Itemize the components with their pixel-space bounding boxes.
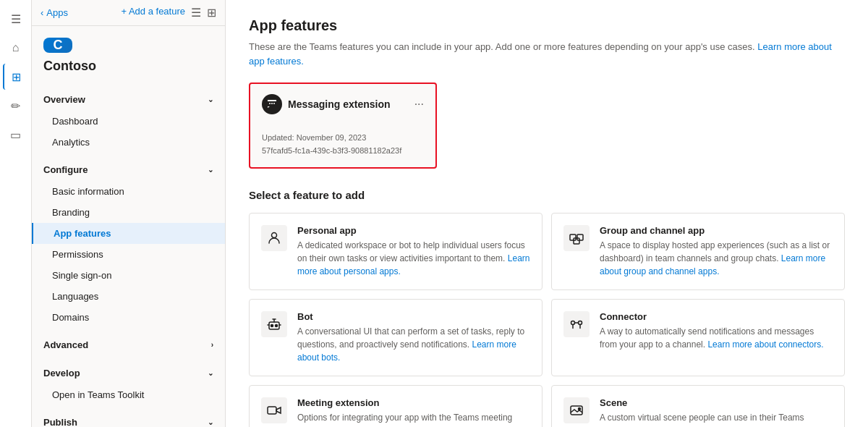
overview-header[interactable]: Overview ⌄ <box>32 88 225 111</box>
configure-section: Configure ⌄ Basic information Branding A… <box>32 156 225 331</box>
personal-app-title: Personal app <box>297 225 530 236</box>
svg-rect-6 <box>574 238 579 244</box>
apps-back-label: Apps <box>46 7 68 18</box>
meeting-extension-content: Meeting extension Options for integratin… <box>297 397 530 427</box>
publish-label: Publish <box>43 417 77 427</box>
develop-label: Develop <box>43 368 80 379</box>
card-header: Messaging extension ··· <box>262 94 424 114</box>
publish-section: Publish ⌄ <box>32 408 225 427</box>
connector-icon <box>563 311 590 337</box>
card-updated: Updated: November 09, 2023 <box>262 132 424 145</box>
personal-app-content: Personal app A dedicated workspace or bo… <box>297 225 530 278</box>
personal-app-link[interactable]: Learn more about personal apps. <box>297 253 530 276</box>
back-to-apps[interactable]: ‹ Apps <box>41 7 68 18</box>
sidebar-item-languages[interactable]: Languages <box>32 286 225 307</box>
connector-title: Connector <box>600 311 833 322</box>
sidebar-item-branding[interactable]: Branding <box>32 202 225 223</box>
card-more-options[interactable]: ··· <box>414 98 424 111</box>
svg-point-1 <box>271 103 273 104</box>
meeting-extension-tile[interactable]: Meeting extension Options for integratin… <box>249 385 542 427</box>
group-channel-content: Group and channel app A space to display… <box>600 225 833 278</box>
card-id: 57fcafd5-fc1a-439c-b3f3-90881182a23f <box>262 145 424 158</box>
app-name: Contoso <box>32 59 225 85</box>
sidebar-item-teams-toolkit[interactable]: Open in Teams Toolkit <box>32 384 225 405</box>
meeting-extension-desc: Options for integrating your app with th… <box>297 411 530 427</box>
edit-icon[interactable]: ✏ <box>3 93 29 119</box>
overview-chevron: ⌄ <box>208 96 213 103</box>
svg-point-9 <box>276 325 278 327</box>
add-feature-label[interactable]: + Add a feature <box>121 6 185 20</box>
scene-content: Scene A custom virtual scene people can … <box>600 397 833 427</box>
sidebar-item-permissions[interactable]: Permissions <box>32 244 225 265</box>
messaging-extension-card[interactable]: Messaging extension ··· Updated: Novembe… <box>249 83 437 169</box>
svg-rect-12 <box>268 407 276 414</box>
bot-tile[interactable]: Bot A conversational UI that can perform… <box>249 299 542 376</box>
sidebar: ‹ Apps + Add a feature ☰ ⊞ C Contoso Ove… <box>32 0 226 427</box>
configure-chevron: ⌄ <box>208 166 213 174</box>
svg-point-3 <box>272 233 277 238</box>
publish-header[interactable]: Publish ⌄ <box>32 411 225 427</box>
svg-point-8 <box>271 325 273 327</box>
scene-icon <box>563 397 590 423</box>
messaging-icon <box>262 94 282 114</box>
page-subtitle: These are the Teams features you can inc… <box>249 40 845 68</box>
list-view-icon[interactable]: ☰ <box>191 6 201 20</box>
advanced-header[interactable]: Advanced › <box>32 334 225 356</box>
connector-tile[interactable]: Connector A way to automatically send no… <box>551 299 845 376</box>
subtitle-text: These are the Teams features you can inc… <box>249 41 755 52</box>
left-rail: ☰ ⌂ ⊞ ✏ ▭ <box>0 0 32 427</box>
card-meta: Updated: November 09, 2023 57fcafd5-fc1a… <box>262 132 424 157</box>
scene-title: Scene <box>600 397 833 408</box>
personal-app-desc: A dedicated workspace or bot to help ind… <box>297 239 530 278</box>
develop-section: Develop ⌄ Open in Teams Toolkit <box>32 359 225 408</box>
bot-title: Bot <box>297 311 530 322</box>
sidebar-item-domains[interactable]: Domains <box>32 307 225 328</box>
configure-header[interactable]: Configure ⌄ <box>32 158 225 181</box>
apps-icon[interactable]: ⊞ <box>3 64 29 90</box>
group-channel-title: Group and channel app <box>600 225 833 236</box>
main-content: App features These are the Teams feature… <box>226 0 868 427</box>
sidebar-item-sso[interactable]: Single sign-on <box>32 265 225 286</box>
bot-content: Bot A conversational UI that can perform… <box>297 311 530 364</box>
home-icon[interactable]: ⌂ <box>3 35 29 61</box>
sidebar-item-app-features[interactable]: App features <box>32 223 225 244</box>
advanced-section: Advanced › <box>32 331 225 359</box>
group-channel-icon <box>563 225 590 251</box>
app-logo: C <box>43 38 72 53</box>
connector-link[interactable]: Learn more about connectors. <box>707 339 823 350</box>
meeting-extension-title: Meeting extension <box>297 397 530 408</box>
publish-chevron: ⌄ <box>208 418 213 426</box>
sidebar-header: ‹ Apps + Add a feature ☰ ⊞ <box>32 0 225 26</box>
scene-desc: A custom virtual scene people can use in… <box>600 411 833 427</box>
sidebar-item-basic-info[interactable]: Basic information <box>32 181 225 202</box>
card-name: Messaging extension <box>288 98 391 110</box>
scene-tile[interactable]: Scene A custom virtual scene people can … <box>551 385 845 427</box>
header-actions: + Add a feature ☰ ⊞ <box>121 6 216 20</box>
window-icon[interactable]: ▭ <box>3 122 29 148</box>
group-channel-desc: A space to display hosted app experience… <box>600 239 833 278</box>
app-initial: C <box>54 38 63 53</box>
hamburger-icon[interactable]: ☰ <box>3 6 29 32</box>
group-channel-tile[interactable]: Group and channel app A space to display… <box>551 213 845 290</box>
overview-section: Overview ⌄ Dashboard Analytics <box>32 85 225 156</box>
develop-header[interactable]: Develop ⌄ <box>32 362 225 384</box>
features-grid: Personal app A dedicated workspace or bo… <box>249 213 845 427</box>
connector-desc: A way to automatically send notification… <box>600 325 833 351</box>
svg-point-14 <box>579 408 581 410</box>
page-title: App features <box>249 17 845 34</box>
grid-view-icon[interactable]: ⊞ <box>207 6 216 20</box>
meeting-extension-icon <box>261 397 287 423</box>
svg-point-2 <box>273 103 275 104</box>
sidebar-item-dashboard[interactable]: Dashboard <box>32 111 225 132</box>
personal-app-tile[interactable]: Personal app A dedicated workspace or bo… <box>249 213 542 290</box>
chevron-left-icon: ‹ <box>41 7 43 18</box>
card-title-row: Messaging extension <box>262 94 391 114</box>
sidebar-item-analytics[interactable]: Analytics <box>32 132 225 153</box>
overview-label: Overview <box>43 94 85 105</box>
group-channel-link[interactable]: Learn more about group and channel apps. <box>600 253 825 276</box>
connector-content: Connector A way to automatically send no… <box>600 311 833 364</box>
develop-chevron: ⌄ <box>208 369 213 377</box>
bot-link[interactable]: Learn more about bots. <box>297 339 516 363</box>
advanced-chevron: › <box>211 341 213 349</box>
svg-rect-5 <box>577 234 583 240</box>
